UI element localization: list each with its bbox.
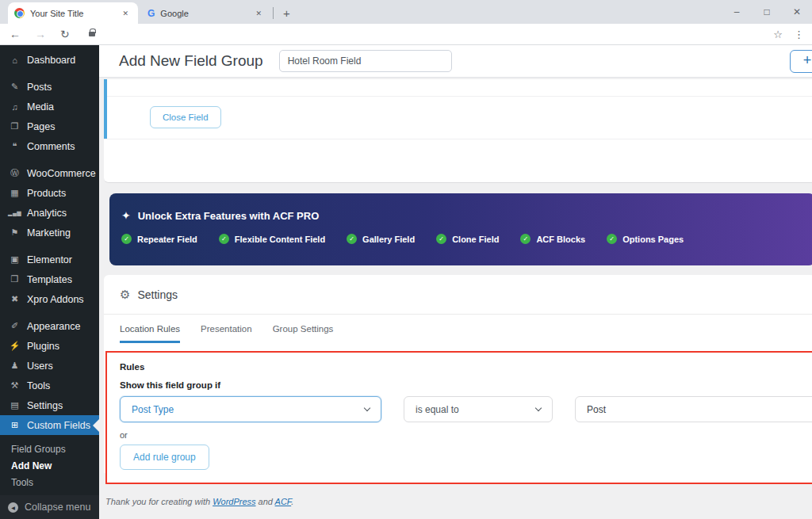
tab-title: Google <box>160 9 247 18</box>
sidebar-item-label: Marketing <box>27 227 71 239</box>
sidebar-item-tools[interactable]: ⚒ Tools <box>0 376 99 395</box>
chevron-down-icon <box>535 404 542 410</box>
sidebar-item-marketing[interactable]: ⚑ Marketing <box>0 223 99 242</box>
rule-row: Post Type is equal to Post <box>120 396 812 422</box>
dashboard-icon: ⌂ <box>8 55 21 65</box>
google-favicon-icon: G <box>147 8 155 19</box>
tab-title: Your Site Title <box>30 9 113 18</box>
sidebar-item-dashboard[interactable]: ⌂ Dashboard <box>0 50 99 70</box>
rule-operator-select[interactable]: is equal to <box>404 396 553 422</box>
new-tab-button[interactable]: + <box>278 6 295 20</box>
sidebar-item-comments[interactable]: ❝ Comments <box>0 136 99 156</box>
media-icon: ♫ <box>8 102 21 112</box>
rule-value-select[interactable]: Post <box>575 396 812 422</box>
add-field-button[interactable]: + <box>790 50 812 73</box>
minimize-button[interactable]: – <box>722 6 752 17</box>
sidebar-item-appearance[interactable]: ✐ Appearance <box>0 316 99 336</box>
sidebar-item-label: Analytics <box>27 208 67 219</box>
tab-your-site-title[interactable]: Your Site Title ✕ <box>8 2 138 24</box>
forward-icon[interactable]: → <box>35 28 46 40</box>
check-circle-icon: ✓ <box>607 234 617 244</box>
sidebar-item-users[interactable]: ♟ Users <box>0 356 99 376</box>
sidebar-item-label: Xpro Addons <box>27 294 84 305</box>
field-group-title-input[interactable] <box>279 50 452 72</box>
admin-content: Add New Field Group + Close Field ✦ Unlo… <box>99 45 812 519</box>
browser-menu-icon[interactable]: ⋮ <box>794 29 804 40</box>
sidebar-item-label: Comments <box>27 141 75 152</box>
check-circle-icon: ✓ <box>436 234 446 244</box>
sidebar-item-plugins[interactable]: ⚡ Plugins <box>0 336 99 356</box>
collapse-menu-label: Collapse menu <box>25 502 90 513</box>
sidebar-item-label: Tools <box>27 380 50 391</box>
sidebar-item-label: Dashboard <box>27 55 75 66</box>
field-card-footer <box>104 139 812 139</box>
browser-window: Your Site Title ✕ G Google ✕ + – □ ✕ ← →… <box>0 0 812 519</box>
analytics-bars-icon: ▂▄▆ <box>8 210 21 216</box>
products-box-icon: ▦ <box>8 188 21 198</box>
back-icon[interactable]: ← <box>10 28 21 40</box>
window-controls: – □ ✕ <box>722 0 812 24</box>
check-circle-icon: ✓ <box>347 234 357 244</box>
close-window-button[interactable]: ✕ <box>782 6 812 17</box>
maximize-button[interactable]: □ <box>752 6 782 17</box>
tab-close-icon[interactable]: ✕ <box>252 8 265 19</box>
lock-icon <box>89 32 95 36</box>
sidebar-item-xpro-addons[interactable]: ✖ Xpro Addons <box>0 289 99 309</box>
sparkle-icon: ✦ <box>121 209 131 222</box>
sidebar-item-label: Custom Fields <box>27 420 90 431</box>
pro-feature-repeater: ✓ Repeater Field <box>121 234 197 244</box>
sidebar-item-media[interactable]: ♫ Media <box>0 97 99 116</box>
sidebar-item-label: WooCommerce <box>27 168 96 179</box>
chevron-down-icon <box>364 404 370 410</box>
chrome-favicon-icon <box>14 8 25 18</box>
page-title: Add New Field Group <box>119 52 263 70</box>
sidebar-item-analytics[interactable]: ▂▄▆ Analytics <box>0 203 99 223</box>
refresh-icon[interactable]: ↻ <box>60 28 70 40</box>
pages-icon: ❐ <box>8 121 21 132</box>
bookmark-star-icon[interactable]: ☆ <box>773 29 783 40</box>
sidebar-item-settings[interactable]: ▤ Settings <box>0 395 99 415</box>
submenu-item-add-new[interactable]: Add New <box>0 458 99 475</box>
posts-pin-icon: ✎ <box>8 82 21 92</box>
submenu-item-field-groups[interactable]: Field Groups <box>0 441 99 458</box>
sidebar-item-label: Users <box>27 361 53 372</box>
tab-presentation[interactable]: Presentation <box>201 315 252 343</box>
rule-param-select[interactable]: Post Type <box>120 396 381 422</box>
add-rule-group-button[interactable]: Add rule group <box>120 445 209 470</box>
pro-feature-list: ✓ Repeater Field ✓ Flexible Content Fiel… <box>121 234 812 244</box>
sidebar-item-label: Settings <box>27 400 63 411</box>
sidebar-item-templates[interactable]: ❒ Templates <box>0 269 99 289</box>
rules-highlight-box: Rules Show this field group if Post Type… <box>105 351 812 484</box>
sidebar-item-products[interactable]: ▦ Products <box>0 183 99 203</box>
sidebar-item-woocommerce[interactable]: Ⓦ WooCommerce <box>0 163 99 183</box>
pro-feature-clone: ✓ Clone Field <box>436 234 499 244</box>
xpro-addons-icon: ✖ <box>8 294 21 304</box>
active-item-arrow <box>93 419 99 432</box>
tools-wrench-icon: ⚒ <box>8 380 21 391</box>
custom-fields-submenu: Field Groups Add New Tools <box>0 435 99 491</box>
tab-group-settings[interactable]: Group Settings <box>273 315 334 343</box>
sidebar-item-label: Media <box>27 101 54 113</box>
sidebar-item-posts[interactable]: ✎ Posts <box>0 77 99 97</box>
tab-google[interactable]: G Google ✕ <box>141 2 271 24</box>
sidebar-item-elementor[interactable]: ▣ Elementor <box>0 250 99 269</box>
sidebar-item-label: Products <box>27 188 66 199</box>
submenu-item-tools[interactable]: Tools <box>0 475 99 491</box>
tab-location-rules[interactable]: Location Rules <box>120 315 180 343</box>
appearance-brush-icon: ✐ <box>8 321 21 331</box>
sidebar-item-pages[interactable]: ❐ Pages <box>0 116 99 136</box>
pro-feature-options-pages: ✓ Options Pages <box>607 234 684 244</box>
wordpress-link[interactable]: WordPress <box>213 497 255 506</box>
pro-feature-gallery: ✓ Gallery Field <box>347 234 415 244</box>
tab-close-icon[interactable]: ✕ <box>119 8 132 19</box>
collapse-menu-button[interactable]: ◀ Collapse menu <box>0 495 99 519</box>
acf-link[interactable]: ACF <box>275 497 292 506</box>
close-field-button[interactable]: Close Field <box>150 106 221 128</box>
acf-pro-banner: ✦ Unlock Extra Features with ACF PRO ✓ R… <box>109 193 812 265</box>
field-group-editor-card: Close Field <box>104 79 812 183</box>
open-field-row: Close Field <box>104 79 812 139</box>
settings-panel: ⚙ Settings Location Rules Presentation G… <box>104 275 812 473</box>
wp-admin-sidebar: ⌂ Dashboard ✎ Posts ♫ Media ❐ Pages ❝ Co… <box>0 45 99 519</box>
check-circle-icon: ✓ <box>219 234 229 244</box>
sidebar-item-custom-fields[interactable]: ⊞ Custom Fields <box>0 415 99 435</box>
